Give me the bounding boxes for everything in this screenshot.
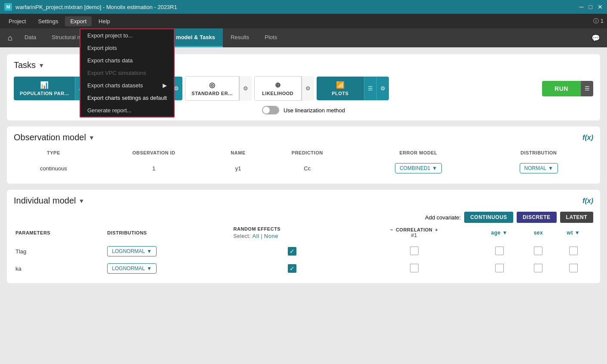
linearization-label: Use linearization method (283, 107, 345, 114)
error-model-dropdown[interactable]: COMBINED1 ▼ (395, 163, 442, 173)
obs-col-error: ERROR MODEL (353, 147, 484, 159)
ind-col-age[interactable]: age ▼ (475, 223, 523, 243)
dropdown-export-plots[interactable]: Export plots (80, 42, 174, 54)
add-covariate-row: Add covariate: CONTINUOUS DISCRETE LATEN… (14, 212, 593, 223)
run-button-group: RUN ☰ (542, 81, 593, 96)
tlag-sex-checkbox[interactable] (534, 247, 542, 255)
corr-minus[interactable]: − (390, 227, 393, 232)
dropdown-export-charts-data[interactable]: Export charts data (80, 54, 174, 67)
ind-corr-tlag[interactable] (353, 243, 475, 260)
ind-random-tlag[interactable]: ✓ (232, 243, 353, 260)
ka-dist-dropdown[interactable]: LOGNORMAL ▼ (107, 263, 157, 274)
tab-results[interactable]: Results (223, 28, 257, 47)
tab-data[interactable]: Data (17, 28, 44, 47)
obs-col-id: OBSERVATION ID (93, 147, 214, 159)
obs-dist-cell[interactable]: NORMAL ▼ (484, 159, 593, 178)
task-population-par-button[interactable]: 📊 POPULATION PAR... (14, 77, 75, 100)
dropdown-export-charts-settings[interactable]: Export charts settings as default (80, 92, 174, 104)
dropdown-export-project[interactable]: Export project to... (80, 29, 174, 42)
tlag-age-checkbox[interactable] (495, 247, 504, 255)
menu-bar: Project Settings Export Help ⓘ 1 Export … (0, 14, 607, 28)
covariate-continuous-btn[interactable]: CONTINUOUS (464, 212, 513, 223)
select-all-link[interactable]: All (253, 233, 259, 239)
task-plots: 📶 PLOTS ☰ ⚙ (317, 77, 389, 100)
individual-model-fx[interactable]: f(x) (582, 197, 593, 205)
ind-col-sex[interactable]: sex (523, 223, 554, 243)
observation-model-title: Observation model (14, 133, 86, 142)
app-icon-letter: M (6, 4, 10, 9)
menu-export[interactable]: Export (65, 16, 92, 26)
tab-plots[interactable]: Plots (257, 28, 285, 47)
ind-random-ka[interactable]: ✓ (232, 260, 353, 277)
ind-param-ka: ka (14, 260, 105, 277)
title-bar: M warfarinPK_project.mlxtran [demo] - Mo… (0, 0, 607, 14)
ka-corr-checkbox[interactable] (410, 264, 419, 272)
ka-age-checkbox[interactable] (495, 264, 504, 272)
observation-model-arrow[interactable]: ▼ (89, 134, 95, 141)
ind-wt-tlag[interactable] (554, 243, 593, 260)
app-icon: M (4, 3, 12, 11)
close-button[interactable]: ✕ (598, 3, 603, 10)
ka-random-checkbox[interactable]: ✓ (288, 264, 296, 273)
obs-prediction-cell: Cc (262, 159, 353, 178)
minimize-button[interactable]: ─ (579, 3, 584, 10)
plots-icon: 📶 (336, 81, 345, 89)
tlag-dist-arrow: ▼ (147, 248, 152, 254)
menu-help[interactable]: Help (93, 16, 115, 26)
likelihood-icon: ⊕ (275, 81, 281, 89)
task-likelihood-button[interactable]: ⊕ LIKELIHOOD (254, 76, 302, 101)
maximize-button[interactable]: □ (589, 3, 592, 10)
ind-age-ka[interactable] (475, 260, 523, 277)
ind-age-tlag[interactable] (475, 243, 523, 260)
observation-model-header: Observation model ▼ (14, 133, 95, 142)
task-standard-er-button[interactable]: ◎ STANDARD ER... (185, 76, 239, 101)
individual-model-header: Individual model ▼ (14, 196, 84, 206)
ind-wt-ka[interactable] (554, 260, 593, 277)
task-plots-button[interactable]: 📶 PLOTS (317, 77, 364, 100)
chat-icon[interactable]: 💬 (588, 31, 604, 46)
menu-settings[interactable]: Settings (33, 16, 63, 26)
tlag-dist-dropdown[interactable]: LOGNORMAL ▼ (107, 246, 157, 256)
tasks-expand-arrow[interactable]: ▼ (38, 62, 44, 69)
ind-sex-tlag[interactable] (523, 243, 554, 260)
dropdown-export-charts-datasets[interactable]: Export charts datasets ▶ (80, 79, 174, 92)
corr-plus[interactable]: + (435, 227, 438, 232)
ind-col-wt[interactable]: wt ▼ (554, 223, 593, 243)
linearization-toggle[interactable] (262, 106, 279, 114)
standard-er-label: STANDARD ER... (191, 91, 232, 96)
individual-table: PARAMETERS DISTRIBUTIONS RANDOM EFFECTS … (14, 223, 593, 277)
distribution-dropdown[interactable]: NORMAL ▼ (520, 163, 558, 173)
run-button[interactable]: RUN (542, 81, 581, 96)
run-options[interactable]: ☰ (581, 81, 593, 96)
tlag-random-checkbox[interactable]: ✓ (288, 247, 296, 256)
home-button[interactable]: ⌂ (3, 32, 17, 44)
individual-model-arrow[interactable]: ▼ (79, 197, 85, 204)
covariate-discrete-btn[interactable]: DISCRETE (517, 212, 557, 223)
task-standard-er-settings[interactable]: ⚙ (239, 76, 252, 101)
covariate-latent-btn[interactable]: LATENT (560, 212, 593, 223)
dropdown-generate-report[interactable]: Generate report... (80, 104, 174, 117)
table-row: ka LOGNORMAL ▼ ✓ (14, 260, 593, 277)
table-row: Tlag LOGNORMAL ▼ ✓ (14, 243, 593, 260)
task-plots-settings[interactable]: ⚙ (376, 77, 389, 100)
ind-col-correlation: − CORRELATION + #1 (353, 223, 475, 243)
ka-sex-checkbox[interactable] (534, 264, 542, 272)
select-label: Select: (234, 233, 251, 239)
tlag-wt-checkbox[interactable] (569, 247, 578, 255)
ka-wt-checkbox[interactable] (569, 264, 578, 272)
obs-col-type: TYPE (14, 147, 93, 159)
ind-corr-ka[interactable] (353, 260, 475, 277)
observation-model-fx[interactable]: f(x) (582, 134, 593, 142)
error-model-arrow: ▼ (432, 165, 437, 171)
add-covariate-label: Add covariate: (425, 214, 461, 221)
tlag-corr-checkbox[interactable] (410, 247, 419, 255)
obs-error-cell[interactable]: COMBINED1 ▼ (353, 159, 484, 178)
ind-sex-ka[interactable] (523, 260, 554, 277)
ind-dist-ka[interactable]: LOGNORMAL ▼ (105, 260, 231, 277)
select-none-link[interactable]: None (264, 233, 278, 239)
task-likelihood-settings[interactable]: ⚙ (302, 76, 314, 101)
ind-dist-tlag[interactable]: LOGNORMAL ▼ (105, 243, 231, 260)
obs-col-dist: DISTRIBUTION (484, 147, 593, 159)
menu-project[interactable]: Project (3, 16, 31, 26)
task-plots-list[interactable]: ☰ (364, 77, 376, 100)
